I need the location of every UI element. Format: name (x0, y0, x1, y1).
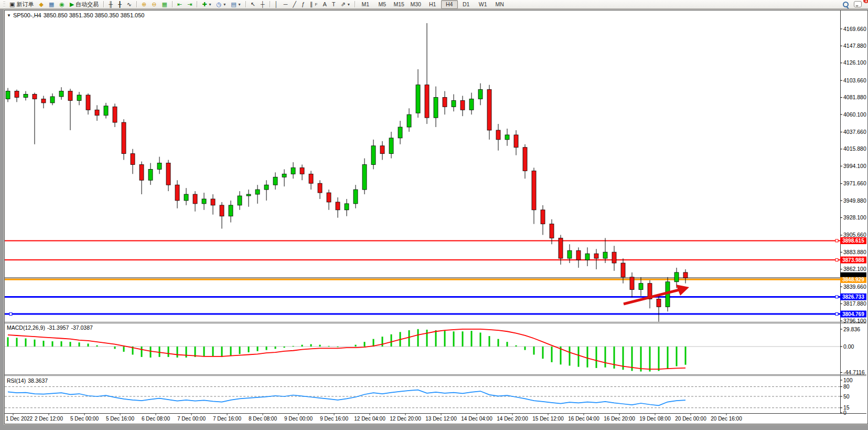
time-tick-label: 9 Dec 00:00 (284, 416, 313, 422)
new-order-button[interactable]: ▣ 新订单 (7, 0, 36, 9)
price-axis[interactable]: 4169.6604147.8804126.1004103.6604081.880… (840, 11, 866, 416)
candle-up (567, 250, 572, 258)
candle-up (6, 91, 10, 99)
zoom-out-button[interactable]: ⊖ (149, 0, 159, 9)
candle-up (157, 163, 162, 169)
time-tick-label: 13 Dec 12:00 (425, 416, 457, 422)
text-tool-button[interactable]: A (320, 0, 329, 9)
tile-windows-button[interactable]: ▦ (159, 0, 169, 9)
horizontal-line-button[interactable]: ─ (281, 0, 290, 9)
candle-down (318, 183, 322, 193)
candle-down (576, 250, 581, 260)
rsi-tick-label: 100 (843, 377, 853, 383)
candle-down (336, 202, 340, 210)
time-axis[interactable]: 1 Dec 20222 Dec 12:005 Dec 00:005 Dec 16… (5, 414, 866, 422)
candle-up (184, 194, 188, 201)
candle-up (264, 185, 269, 190)
candle-down (86, 95, 90, 110)
line-chart-button[interactable]: ∿ (124, 0, 134, 9)
candle-down (113, 107, 117, 122)
fibonacci-button[interactable]: ƒ (299, 0, 307, 9)
timeframe-h4-button[interactable]: H4 (441, 0, 458, 9)
timeframe-m5-button[interactable]: M5 (374, 0, 391, 9)
channel-button[interactable]: ∥F (307, 0, 320, 9)
timeframe-d1-button[interactable]: D1 (458, 0, 475, 9)
tile-windows-icon: ▦ (162, 1, 167, 8)
candle-down (523, 148, 527, 171)
label-tool-button[interactable]: T (329, 0, 338, 9)
chart-shift-button[interactable]: ⇥ (185, 0, 195, 9)
candle-up (291, 167, 295, 174)
price-tick-label: 3949.880 (843, 197, 866, 204)
line-handle[interactable] (835, 313, 838, 316)
candle-up (273, 177, 277, 185)
timeframe-m1-button[interactable]: M1 (357, 0, 374, 9)
toolbar-separator (245, 1, 246, 7)
main-toolbar: ▣ 新订单 ◆ ▦ ◉ ▶ 自动交易 ╫ ╂ ∿ ⊕ ⊖ ▦ ⇤ ⇥ ✚ ▾ ◷… (0, 0, 868, 9)
macd-title: MACD(12,26,9) (7, 324, 45, 331)
line-handle[interactable] (835, 296, 838, 298)
bars-chart-button[interactable]: ╫ (106, 0, 115, 9)
arrows-tool-button[interactable]: ⇗ ▾ (338, 0, 352, 9)
notifications-button[interactable]: 1 (851, 0, 866, 9)
auto-trading-button[interactable]: ▶ 自动交易 (67, 0, 101, 9)
timeframe-mn-button[interactable]: MN (491, 0, 508, 9)
add-indicator-icon: ✚ (202, 1, 207, 8)
timeframe-h1-button[interactable]: H1 (424, 0, 441, 9)
periods-button[interactable]: ◷ ▾ (214, 0, 229, 9)
chart-window[interactable]: ▼SP500-,H43850.850 3851.350 3850.350 385… (4, 10, 868, 424)
candle-down (443, 97, 447, 107)
notification-badge: 1 (863, 0, 868, 3)
new-order-label: 新订单 (16, 1, 34, 8)
candle-up (238, 196, 242, 205)
price-tick-label: 4147.880 (843, 43, 866, 49)
crosshair-icon: ┼ (261, 1, 265, 8)
candle-up (603, 252, 607, 258)
signals-button[interactable]: ◉ (57, 0, 67, 9)
line-handle[interactable] (9, 313, 12, 316)
candle-up (255, 190, 260, 194)
price-tick-label: 4060.100 (843, 111, 866, 118)
search-icon (843, 2, 849, 7)
candle-up (50, 97, 55, 103)
candle-down (514, 135, 518, 148)
line-handle[interactable] (835, 239, 838, 242)
candle-down (140, 164, 144, 180)
zoom-in-icon: ⊕ (142, 1, 146, 8)
channel-icon: ∥ (310, 1, 313, 8)
crosshair-button[interactable]: ┼ (258, 0, 267, 9)
vertical-line-button[interactable]: │ (272, 0, 281, 9)
candle-up (59, 91, 63, 97)
add-indicator-button[interactable]: ✚ ▾ (199, 0, 213, 9)
trendline-button[interactable]: ╱ (290, 0, 299, 9)
candle-down (487, 90, 491, 130)
market-watch-button[interactable]: ◆ (36, 0, 46, 9)
timeframe-w1-button[interactable]: W1 (475, 0, 491, 9)
line-handle[interactable] (835, 259, 838, 261)
data-window-button[interactable]: ▦ (46, 0, 57, 9)
candle-down (193, 194, 197, 204)
price-tag-label: 3826.733 (842, 294, 864, 300)
rsi-indicator-label: RSI(14)38.3637 (7, 377, 50, 384)
chart-autoscroll-button[interactable]: ⇤ (175, 0, 185, 9)
chevron-down-icon: ▾ (223, 2, 226, 7)
templates-button[interactable]: ▤ ▾ (228, 0, 243, 9)
toolbar-separator (103, 1, 104, 7)
candle-up (674, 272, 679, 282)
candle-down (166, 163, 170, 185)
timeframe-m30-button[interactable]: M30 (408, 0, 424, 9)
candle-down (220, 205, 224, 216)
timeframe-m15-button[interactable]: M15 (391, 0, 408, 9)
cursor-button[interactable]: ↖ (248, 0, 258, 9)
search-button[interactable] (840, 0, 851, 9)
zoom-in-button[interactable]: ⊕ (139, 0, 149, 9)
cursor-icon: ↖ (251, 1, 255, 8)
main-price-panel (5, 23, 840, 322)
chart-canvas[interactable]: 4169.6604147.8804126.1004103.6604081.880… (5, 11, 866, 423)
price-tick-label: 3928.100 (843, 214, 866, 221)
candle-up (469, 99, 474, 110)
candles-chart-button[interactable]: ╂ (115, 0, 124, 9)
collapse-triangle-icon[interactable]: ▼ (7, 13, 11, 18)
toolbar-grip[interactable] (3, 2, 5, 7)
price-tag-label: 3898.615 (842, 238, 864, 244)
